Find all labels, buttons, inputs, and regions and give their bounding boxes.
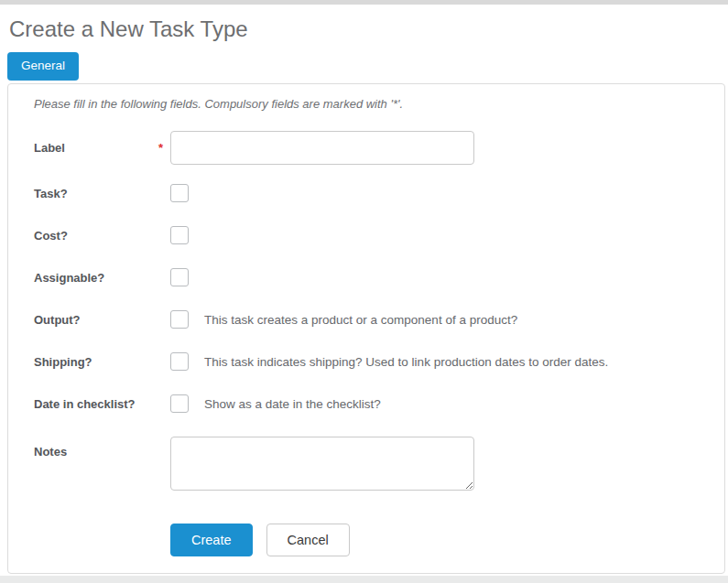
form-actions: Create Cancel (170, 524, 706, 556)
page-title: Create a New Task Type (9, 16, 728, 42)
form-row-cost: Cost? (27, 226, 706, 244)
cost-checkbox[interactable] (170, 226, 189, 244)
field-label: Label (34, 141, 65, 155)
label-cell: Assignable? (27, 271, 170, 285)
form-hint: Please fill in the following fields. Com… (34, 97, 706, 112)
assignable-checkbox[interactable] (170, 268, 189, 286)
bottom-divider (0, 576, 728, 583)
form-row-task: Task? (27, 184, 706, 202)
label-cell: Notes (27, 437, 170, 459)
form-row-notes: Notes (27, 437, 706, 491)
field-label: Notes (34, 445, 67, 459)
label-cell: Shipping? (27, 355, 170, 369)
field-description: This task indicates shipping? Used to li… (204, 355, 608, 369)
cancel-button[interactable]: Cancel (266, 524, 350, 556)
form-row-date-in-checklist: Date in checklist? Show as a date in the… (27, 394, 706, 413)
form-panel: Please fill in the following fields. Com… (7, 83, 725, 574)
field-label: Output? (34, 313, 81, 327)
form-row-shipping: Shipping? This task indicates shipping? … (27, 352, 706, 371)
field-label: Assignable? (34, 271, 104, 285)
required-marker: * (158, 141, 163, 155)
top-divider (0, 0, 728, 5)
create-button[interactable]: Create (170, 524, 253, 556)
output-checkbox[interactable] (170, 310, 189, 329)
form-row-assignable: Assignable? (27, 268, 706, 286)
shipping-checkbox[interactable] (170, 352, 189, 371)
field-description: Show as a date in the checklist? (204, 397, 381, 411)
label-cell: Output? (27, 313, 170, 327)
date-in-checklist-checkbox[interactable] (170, 394, 189, 413)
label-cell: Date in checklist? (27, 397, 170, 411)
label-cell: Cost? (27, 229, 170, 243)
field-label: Date in checklist? (34, 397, 136, 411)
field-label: Shipping? (34, 355, 92, 369)
label-cell: Task? (27, 187, 170, 200)
task-checkbox[interactable] (170, 184, 189, 202)
label-cell: Label * (27, 141, 170, 155)
field-description: This task creates a product or a compone… (204, 313, 517, 327)
label-input[interactable] (170, 131, 474, 165)
notes-textarea[interactable] (170, 437, 474, 491)
field-label: Cost? (34, 229, 68, 243)
tab-general[interactable]: General (7, 52, 79, 81)
field-label: Task? (34, 187, 68, 200)
form-row-label: Label * (27, 131, 706, 165)
form-row-output: Output? This task creates a product or a… (27, 310, 706, 329)
screen: Create a New Task Type General Please fi… (0, 0, 728, 583)
